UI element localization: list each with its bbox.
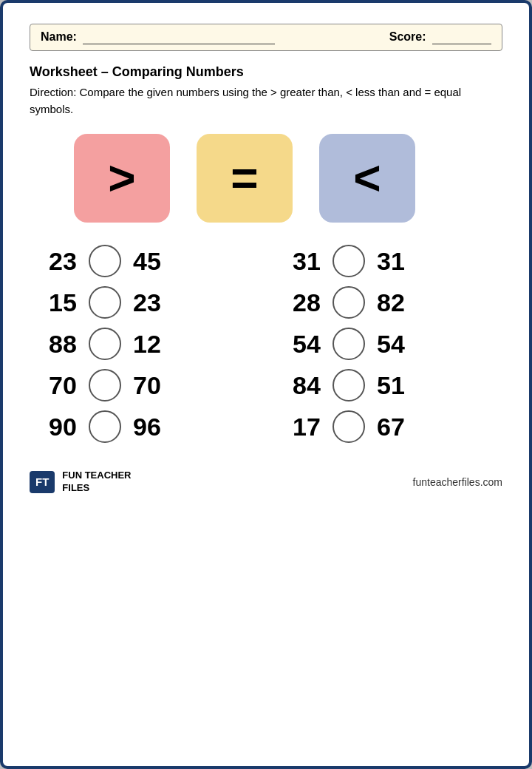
number-left: 88: [37, 330, 89, 359]
problem-pair-left: 90 96: [37, 410, 251, 443]
problem-pair-left: 23 45: [37, 245, 251, 277]
equal-box: =: [197, 134, 293, 223]
problem-row: 70 70 84 51: [37, 369, 495, 402]
number-right2: 54: [365, 330, 417, 359]
less-than-box: <: [319, 134, 415, 223]
problems-area: 23 45 31 31 15 23 28 82 88: [30, 245, 502, 443]
answer-circle[interactable]: [89, 328, 121, 360]
number-left2: 17: [281, 413, 332, 441]
number-left: 90: [37, 413, 89, 441]
number-left2: 28: [281, 288, 332, 317]
answer-circle2[interactable]: [332, 369, 365, 402]
problem-pair-right: 31 31: [281, 245, 495, 277]
number-right: 45: [121, 247, 173, 276]
number-left: 15: [37, 288, 89, 317]
number-left2: 54: [281, 330, 332, 359]
problem-pair-left: 88 12: [37, 328, 251, 360]
number-right2: 82: [365, 288, 417, 317]
number-right: 96: [121, 413, 173, 441]
name-label: Name:: [41, 30, 275, 44]
answer-circle[interactable]: [89, 369, 121, 402]
number-right2: 67: [365, 413, 417, 441]
problem-pair-left: 70 70: [37, 369, 251, 402]
symbols-row: > = <: [30, 134, 502, 223]
number-left: 70: [37, 371, 89, 400]
problem-row: 88 12 54 54: [37, 328, 495, 360]
greater-than-box: >: [74, 134, 170, 223]
logo-text: FUN TEACHER FILES: [62, 470, 131, 495]
number-right: 70: [121, 371, 173, 400]
answer-circle2[interactable]: [332, 328, 365, 360]
number-left2: 31: [281, 247, 332, 276]
problem-pair-left: 15 23: [37, 286, 251, 319]
worksheet-title: Worksheet – Comparing Numbers: [30, 64, 502, 80]
number-right: 12: [121, 330, 173, 359]
website-text: funteacherfiles.com: [413, 476, 502, 488]
score-line: [432, 30, 491, 44]
logo-area: FT FUN TEACHER FILES: [30, 470, 132, 495]
answer-circle2[interactable]: [332, 286, 365, 319]
problem-pair-right: 28 82: [281, 286, 495, 319]
problem-row: 15 23 28 82: [37, 286, 495, 319]
answer-circle[interactable]: [89, 410, 121, 443]
answer-circle2[interactable]: [332, 410, 365, 443]
worksheet-page: Name: Score: Worksheet – Comparing Numbe…: [0, 0, 532, 769]
footer: FT FUN TEACHER FILES funteacherfiles.com: [30, 464, 502, 495]
problem-row: 90 96 17 67: [37, 410, 495, 443]
answer-circle2[interactable]: [332, 245, 365, 277]
logo-box: FT: [30, 471, 55, 493]
number-left: 23: [37, 247, 89, 276]
direction-text: Direction: Compare the given numbers usi…: [30, 84, 502, 118]
number-right: 23: [121, 288, 173, 317]
problem-pair-right: 54 54: [281, 328, 495, 360]
problem-pair-right: 17 67: [281, 410, 495, 443]
name-line: [83, 30, 275, 44]
number-right2: 31: [365, 247, 417, 276]
problem-pair-right: 84 51: [281, 369, 495, 402]
number-right2: 51: [365, 371, 417, 400]
number-left2: 84: [281, 371, 332, 400]
name-score-row: Name: Score:: [30, 24, 502, 51]
problem-row: 23 45 31 31: [37, 245, 495, 277]
score-label: Score:: [389, 30, 491, 44]
answer-circle[interactable]: [89, 245, 121, 277]
answer-circle[interactable]: [89, 286, 121, 319]
